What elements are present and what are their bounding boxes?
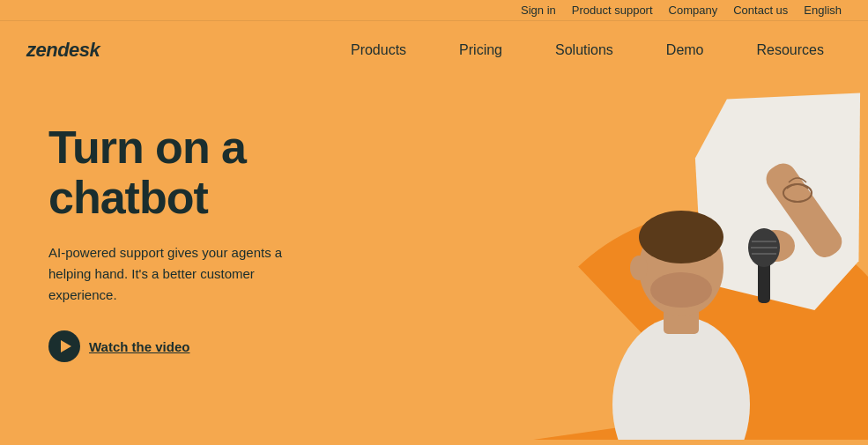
nav-solutions[interactable]: Solutions	[555, 42, 613, 57]
top-utility-bar: Sign in Product support Company Contact …	[0, 0, 868, 21]
nav-demo[interactable]: Demo	[666, 42, 704, 57]
svg-point-7	[630, 256, 648, 280]
watch-video-cta[interactable]: Watch the video	[48, 330, 383, 362]
contact-us-link[interactable]: Contact us	[733, 4, 788, 17]
hero-content: Turn on a chatbot AI-powered support giv…	[48, 122, 383, 362]
play-icon	[48, 330, 80, 362]
hero-section: Turn on a chatbot AI-powered support giv…	[0, 78, 868, 440]
main-navbar: zendesk Products Pricing Solutions Demo …	[0, 21, 868, 78]
language-selector[interactable]: English	[804, 4, 842, 17]
svg-point-6	[639, 211, 723, 263]
watch-video-label: Watch the video	[89, 339, 189, 354]
svg-point-8	[650, 272, 712, 308]
company-link[interactable]: Company	[669, 4, 718, 17]
nav-pricing[interactable]: Pricing	[459, 42, 502, 57]
product-support-link[interactable]: Product support	[572, 4, 653, 17]
hero-illustration	[445, 78, 868, 440]
logo[interactable]: zendesk	[26, 39, 100, 62]
sign-in-link[interactable]: Sign in	[521, 4, 556, 17]
nav-resources[interactable]: Resources	[757, 42, 824, 57]
hero-subtext: AI-powered support gives your agents a h…	[48, 242, 322, 306]
nav-products[interactable]: Products	[351, 42, 406, 57]
nav-links: Products Pricing Solutions Demo Resource…	[351, 42, 824, 58]
hero-headline: Turn on a chatbot	[48, 122, 383, 223]
